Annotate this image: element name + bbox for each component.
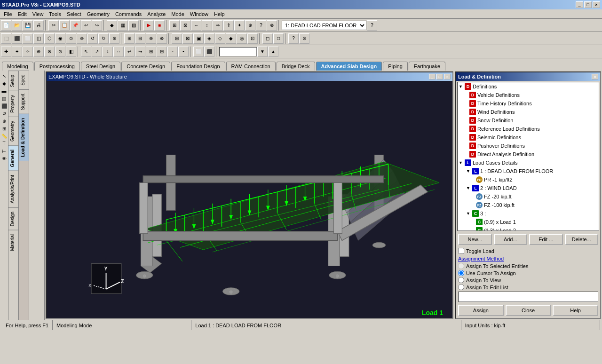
icon-solid[interactable]: ⬛: [1, 103, 8, 109]
tb15[interactable]: ?: [256, 20, 266, 31]
minimize-button[interactable]: _: [576, 1, 583, 8]
t3-15[interactable]: ⊟: [157, 47, 167, 57]
save-btn[interactable]: 💾: [23, 20, 33, 31]
tab-steel-design[interactable]: Steel Design: [81, 62, 120, 71]
t2-6[interactable]: ◉: [55, 33, 65, 44]
tb12[interactable]: ⇑: [223, 20, 234, 31]
expand-load1[interactable]: ▼: [466, 169, 471, 174]
vtab-load-def[interactable]: Load & Definition: [19, 114, 29, 161]
tree-direct-analysis-def[interactable]: D Direct Analysis Definition: [458, 150, 599, 158]
tree-load1[interactable]: ▼ L 1 : DEAD LOAD FROM FLOOR: [458, 167, 599, 175]
new-btn[interactable]: 📄: [1, 20, 11, 31]
t2-3[interactable]: ⬜: [23, 33, 33, 44]
t2-21[interactable]: ◆: [226, 33, 236, 44]
tab-earthquake[interactable]: Earthquake: [409, 62, 445, 71]
t3-9[interactable]: ↗: [92, 47, 102, 57]
t2-18[interactable]: ▣: [193, 33, 204, 44]
tb13[interactable]: ✦: [234, 20, 245, 31]
tree-definitions[interactable]: ▼ D Definitions: [458, 82, 599, 91]
t3-18[interactable]: ⬜: [193, 47, 204, 57]
help-q-btn[interactable]: ?: [367, 20, 377, 31]
icon-node[interactable]: ◆: [1, 80, 8, 87]
t2-19[interactable]: ◈: [204, 33, 214, 44]
icon-view[interactable]: 👁: [1, 155, 8, 162]
vtab-support[interactable]: Support: [19, 89, 29, 114]
t2-24[interactable]: ◻: [262, 33, 273, 44]
run-btn[interactable]: ▶: [143, 20, 154, 31]
t3-8[interactable]: ↖: [81, 47, 91, 57]
t2-16[interactable]: ⊞: [172, 33, 182, 44]
tree-vehicle-def[interactable]: D Vehicle Definitions: [458, 91, 599, 99]
tree-fz1[interactable]: FZ FZ -20 kip.ft: [458, 192, 599, 201]
assign-edit-radio[interactable]: [458, 284, 464, 290]
t3-14[interactable]: ⊞: [146, 47, 156, 57]
node-btn[interactable]: ◆: [107, 20, 117, 31]
t3-2[interactable]: ✦: [12, 47, 22, 57]
tb7[interactable]: ⊞: [169, 20, 180, 31]
t2-11[interactable]: ⊛: [109, 33, 119, 44]
open-btn[interactable]: 📂: [12, 20, 22, 31]
tree-combo1[interactable]: C (0.9) x Load 1: [458, 218, 599, 226]
tree-time-history-def[interactable]: D Time History Definitions: [458, 99, 599, 108]
icon-select[interactable]: ↖: [1, 72, 8, 79]
t3-10[interactable]: ↕: [103, 47, 113, 57]
struct-close[interactable]: ×: [444, 74, 451, 79]
vtab-analysis[interactable]: Analysis/Print: [8, 171, 18, 207]
tree-load3[interactable]: ▼ C 3 :: [458, 209, 599, 218]
t2-20[interactable]: ◇: [215, 33, 225, 44]
expand-load-cases[interactable]: ▼: [459, 160, 463, 165]
expand-definitions[interactable]: ▼: [459, 84, 463, 89]
icon-plate[interactable]: ▧: [1, 95, 8, 102]
t3-16[interactable]: ◦: [167, 47, 178, 57]
tree-pr1[interactable]: PR PR -1 kip/ft2: [458, 175, 599, 184]
close-panel-button[interactable]: Close: [506, 305, 551, 316]
t2-17[interactable]: ⊠: [182, 33, 193, 44]
menu-window[interactable]: Window: [187, 10, 211, 18]
undo-btn[interactable]: ↩: [81, 20, 91, 31]
struct-minimize[interactable]: _: [429, 74, 436, 79]
tab-ram-connection[interactable]: RAM Connection: [226, 62, 276, 71]
t3-6[interactable]: ⊙: [55, 47, 65, 57]
t3-12[interactable]: ↩: [124, 47, 135, 57]
tree-load2[interactable]: ▼ L 2 : WIND LOAD: [458, 184, 599, 192]
close-button[interactable]: ×: [593, 1, 600, 8]
t3-19[interactable]: ⬛: [204, 47, 214, 57]
add-button[interactable]: Add...: [494, 234, 528, 245]
icon-rotate[interactable]: ↺: [1, 110, 8, 117]
expand-load3[interactable]: ▼: [466, 211, 471, 216]
entity-input[interactable]: 41 To 72: [458, 292, 598, 302]
t2-27[interactable]: ⊘: [299, 33, 309, 44]
t3-4[interactable]: ⊕: [33, 47, 44, 57]
beam-btn[interactable]: ▦: [118, 20, 128, 31]
t2-14[interactable]: ⊕: [146, 33, 156, 44]
new-button[interactable]: New...: [458, 234, 492, 245]
plate-btn[interactable]: ▧: [128, 20, 139, 31]
structure-canvas[interactable]: ⊗ ⊗ ⊗ Y Z X: [47, 81, 452, 308]
t3-5[interactable]: ⊗: [44, 47, 55, 57]
vtab-general[interactable]: General: [8, 145, 18, 171]
t2-9[interactable]: ↺: [87, 33, 98, 44]
t2-2[interactable]: ⬛: [12, 33, 22, 44]
redo-btn[interactable]: ↪: [92, 20, 102, 31]
icon-annotate[interactable]: T: [1, 140, 8, 147]
t3-17[interactable]: •: [178, 47, 189, 57]
menu-geometry[interactable]: Geometry: [84, 10, 112, 18]
expand-load2[interactable]: ▼: [466, 186, 471, 190]
menu-view[interactable]: View: [30, 10, 47, 18]
cut-btn[interactable]: ✂: [48, 20, 59, 31]
menu-help[interactable]: Help: [211, 10, 228, 18]
assignment-method-link[interactable]: Assignment Method: [456, 255, 600, 262]
tree-ref-load-def[interactable]: D Reference Load Definitions: [458, 125, 599, 133]
delete-button[interactable]: Delete...: [565, 234, 599, 245]
tab-advanced-slab[interactable]: Advanced Slab Design: [316, 62, 382, 71]
vtab-property[interactable]: Property: [8, 91, 18, 117]
menu-tools[interactable]: Tools: [46, 10, 64, 18]
t3-1[interactable]: ✚: [1, 47, 11, 57]
struct-maximize[interactable]: □: [436, 74, 443, 79]
menu-mode[interactable]: Mode: [168, 10, 187, 18]
ld-tree[interactable]: ▼ D Definitions D Vehicle Definitions D …: [457, 82, 599, 231]
paste-btn[interactable]: 📌: [70, 20, 80, 31]
load-dropdown[interactable]: 1: DEAD LOAD FROM FLOOR: [282, 21, 366, 30]
t2-22[interactable]: ◎: [237, 33, 247, 44]
maximize-button[interactable]: □: [584, 1, 592, 8]
